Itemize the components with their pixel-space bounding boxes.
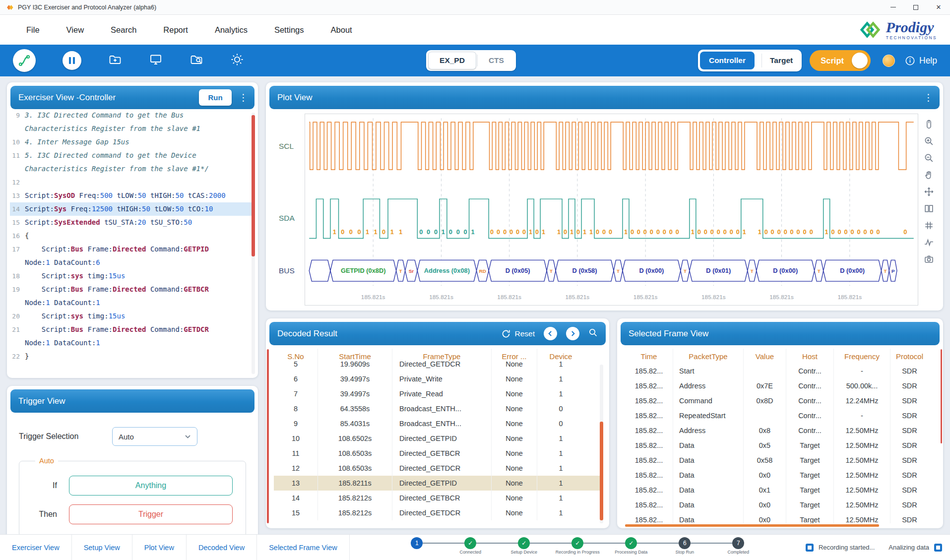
- code-line[interactable]: Node:1 DataCount:1: [10, 296, 255, 310]
- exerciser-tool-button[interactable]: [13, 49, 36, 72]
- selected-frame-scrollbar-thumb[interactable]: [941, 349, 943, 443]
- plot-menu-icon[interactable]: ⋮: [924, 92, 932, 103]
- code-line[interactable]: Characteristics Register from the slave …: [10, 162, 255, 176]
- search-button[interactable]: [588, 328, 598, 340]
- selected-frame-row[interactable]: 185.82...Data0x58Target12.50MHzSDR: [625, 453, 937, 468]
- selected-frame-row[interactable]: 185.82...StartContr...-SDR: [625, 364, 937, 378]
- selected-frame-row[interactable]: 185.82...Data0x1Target12.50MHzSDR: [625, 483, 937, 498]
- exerciser-menu-icon[interactable]: ⋮: [239, 92, 247, 103]
- device-view-button[interactable]: [149, 53, 163, 68]
- decoded-row[interactable]: 739.4997sPrivate_ReadNone1: [274, 386, 603, 401]
- reset-button[interactable]: Reset: [501, 329, 535, 339]
- pause-button[interactable]: [63, 51, 81, 70]
- waveform-canvas[interactable]: 185.821s185.821s185.821s185.821s185.821s…: [305, 114, 918, 306]
- decoded-cell: 8: [274, 401, 317, 416]
- code-line[interactable]: 16{: [10, 229, 255, 243]
- new-project-button[interactable]: [108, 53, 122, 68]
- if-condition-button[interactable]: Anything: [69, 476, 233, 496]
- menu-item-view[interactable]: View: [53, 25, 97, 35]
- selected-frame-row[interactable]: 185.82...RepeatedStartContr...-SDR: [625, 408, 937, 423]
- code-line[interactable]: Node:1 DataCount:1: [10, 336, 255, 350]
- minimize-button[interactable]: [882, 0, 904, 14]
- selected-frame-row[interactable]: 185.82...Data0x0Target12.50MHzSDR: [625, 498, 937, 512]
- code-line[interactable]: 22}: [10, 350, 255, 363]
- script-toggle[interactable]: Script: [810, 50, 871, 71]
- code-line[interactable]: 93. I3C Directed Command to get the Bus: [10, 113, 255, 122]
- decoded-row[interactable]: 864.3558sBroadcast_ENTH...None0: [274, 401, 603, 416]
- next-frame-button[interactable]: [566, 327, 579, 340]
- code-line[interactable]: 15Script:SysExtended tSU_STA:20 tSU_STO:…: [10, 216, 255, 229]
- move-tool-button[interactable]: [922, 185, 935, 198]
- decoded-row[interactable]: 11108.6503sDirected_GETBCRNone1: [274, 446, 603, 461]
- decoded-row[interactable]: 639.4997sPrivate_WriteNone1: [274, 372, 603, 386]
- script-editor[interactable]: 93. I3C Directed Command to get the BusC…: [10, 113, 255, 374]
- selected-frame-row[interactable]: 185.82...Data0x5Target12.50MHzSDR: [625, 438, 937, 453]
- selected-frame-hscrollbar-thumb[interactable]: [625, 524, 879, 527]
- decoded-scrollbar[interactable]: [600, 365, 603, 523]
- previous-frame-button[interactable]: [544, 327, 557, 340]
- then-action-button[interactable]: Trigger: [69, 504, 233, 524]
- decoded-row[interactable]: 519.9609sDirected_GETDCRNone1: [274, 357, 603, 372]
- code-line[interactable]: Characteristics Register from the slave …: [10, 122, 255, 135]
- file-browser-button[interactable]: [190, 53, 203, 68]
- selected-frame-row[interactable]: 185.82...Address0x8Contr...12.50MHzSDR: [625, 423, 937, 438]
- code-line[interactable]: 14Script:Sys Freq:12500 tHIGH:50 tLOW:50…: [10, 202, 255, 216]
- menu-item-settings[interactable]: Settings: [261, 25, 317, 35]
- menu-item-about[interactable]: About: [317, 25, 366, 35]
- waveform-tool-button[interactable]: [922, 236, 935, 249]
- code-line[interactable]: 19 Script:Bus Frame:Directed Command:GET…: [10, 283, 255, 296]
- bottom-tab-selected-frame-view[interactable]: Selected Frame View: [257, 535, 350, 560]
- bottom-tab-exerciser-view[interactable]: Exerciser View: [0, 535, 72, 560]
- tab-ex-pd[interactable]: EX_PD: [428, 52, 476, 69]
- code-line[interactable]: 115. I3C Directed command to get the Dev…: [10, 149, 255, 162]
- menu-item-search[interactable]: Search: [97, 25, 150, 35]
- decoded-row[interactable]: 13185.8211sDirected_GETPIDNone1: [274, 476, 603, 491]
- code-line[interactable]: Node:1 DataCount:6: [10, 256, 255, 269]
- help-button[interactable]: Help: [905, 56, 937, 66]
- editor-scrollbar-thumb[interactable]: [252, 115, 255, 256]
- tab-controller[interactable]: Controller: [700, 52, 755, 69]
- run-button[interactable]: Run: [199, 89, 232, 106]
- decoded-row[interactable]: 10108.6502sDirected_GETPIDNone1: [274, 431, 603, 446]
- selected-frame-row[interactable]: 185.82...Command0x8DContr...12.24MHzSDR: [625, 393, 937, 408]
- code-line[interactable]: 20 Script:sys timg:15us: [10, 310, 255, 323]
- bottom-tab-plot-view[interactable]: Plot View: [132, 535, 187, 560]
- code-line[interactable]: 17 Script:Bus Frame:Directed Command:GET…: [10, 243, 255, 256]
- editor-scrollbar[interactable]: [252, 113, 255, 374]
- bottom-tab-decoded-view[interactable]: Decoded View: [187, 535, 257, 560]
- code-line[interactable]: 12: [10, 176, 255, 189]
- selected-frame-row[interactable]: 185.82...Data0x0Target12.50MHzSDR: [625, 468, 937, 483]
- snapshot-button[interactable]: [922, 252, 935, 265]
- code-line[interactable]: 21 Script:Bus Frame:Directed Command:GET…: [10, 323, 255, 336]
- menu-item-analytics[interactable]: Analytics: [201, 25, 261, 35]
- progress-step-label: Recording in Progress: [556, 550, 600, 555]
- decoded-left-scrollbar[interactable]: [267, 349, 269, 523]
- theme-button[interactable]: [883, 55, 895, 67]
- menu-item-report[interactable]: Report: [150, 25, 201, 35]
- selected-frame-row[interactable]: 185.82...Address0x7EContr...500.00k...SD…: [625, 378, 937, 393]
- grid-toggle-button[interactable]: [922, 219, 935, 232]
- decoded-cell: 9: [274, 416, 317, 431]
- split-view-button[interactable]: [922, 202, 935, 215]
- code-line[interactable]: 104. Inter Message Gap 15us: [10, 135, 255, 149]
- decoded-row[interactable]: 14185.8212sDirected_GETBCRNone1: [274, 491, 603, 505]
- decoded-scrollbar-thumb[interactable]: [600, 422, 603, 520]
- zoom-out-button[interactable]: [922, 151, 935, 164]
- tab-target[interactable]: Target: [769, 56, 800, 65]
- close-button[interactable]: ✕: [927, 0, 950, 14]
- code-line[interactable]: 18 Script:sys timg:15us: [10, 269, 255, 283]
- selected-frame-row[interactable]: 185.82...Data0x0Target12.50MHzSDR: [625, 512, 937, 523]
- pan-button[interactable]: [922, 168, 935, 181]
- decoded-row[interactable]: 12108.6503sDirected_GETDCRNone1: [274, 461, 603, 476]
- bottom-tab-setup-view[interactable]: Setup View: [72, 535, 132, 560]
- decoded-row[interactable]: 15185.8212sDirected_GETDCRNone1: [274, 505, 603, 520]
- decoded-row[interactable]: 985.4031sBroadcast_ENTH...None0: [274, 416, 603, 431]
- tab-cts[interactable]: CTS: [478, 56, 515, 65]
- trigger-selection-dropdown[interactable]: Auto: [112, 427, 197, 446]
- zoom-in-button[interactable]: [922, 134, 935, 147]
- menu-item-file[interactable]: File: [13, 25, 53, 35]
- pointer-tool-button[interactable]: [922, 118, 935, 130]
- maximize-button[interactable]: [904, 0, 927, 14]
- settings-button[interactable]: [230, 53, 244, 68]
- code-line[interactable]: 13Script:SysOD Freq:500 tLOW:50 tHIGH:50…: [10, 189, 255, 202]
